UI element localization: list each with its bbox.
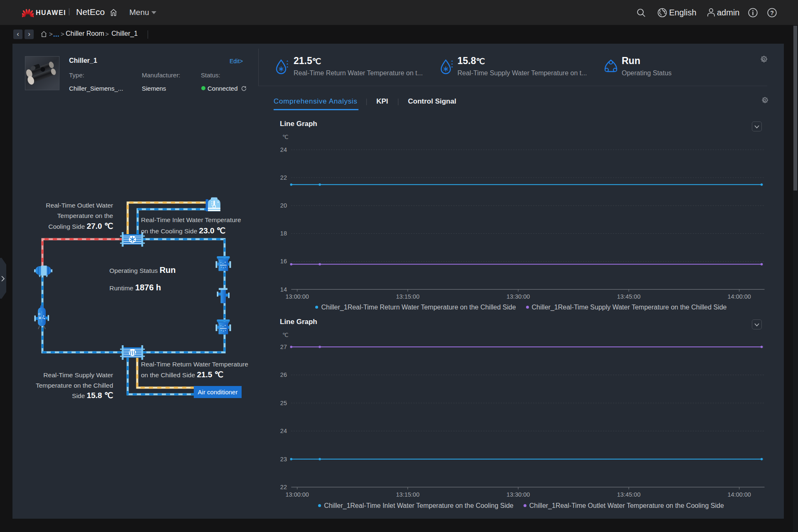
svg-text:Air conditioner: Air conditioner: [198, 388, 238, 396]
svg-text:24: 24: [280, 146, 287, 153]
svg-text:?: ?: [770, 10, 774, 16]
svg-text:14: 14: [280, 286, 287, 293]
svg-text:13:30:00: 13:30:00: [506, 293, 530, 300]
svg-text:26: 26: [280, 371, 287, 378]
svg-text:18: 18: [280, 230, 287, 237]
svg-text:23: 23: [280, 456, 287, 463]
svg-text:13:00:00: 13:00:00: [285, 491, 309, 498]
svg-text:22: 22: [280, 174, 287, 181]
svg-text:13:15:00: 13:15:00: [396, 491, 419, 498]
svg-text:14:00:00: 14:00:00: [727, 491, 751, 498]
svg-text:13:15:00: 13:15:00: [396, 293, 419, 300]
svg-text:13:00:00: 13:00:00: [285, 293, 309, 300]
svg-text:16: 16: [280, 258, 287, 265]
svg-text:14:00:00: 14:00:00: [727, 293, 751, 300]
svg-text:13:45:00: 13:45:00: [617, 293, 640, 300]
svg-text:13:45:00: 13:45:00: [617, 491, 640, 498]
svg-text:24: 24: [280, 428, 287, 434]
svg-text:20: 20: [280, 202, 287, 209]
svg-text:22: 22: [280, 484, 287, 490]
svg-text:13:30:00: 13:30:00: [506, 491, 530, 498]
svg-text:25: 25: [280, 400, 287, 406]
svg-text:27: 27: [280, 344, 287, 350]
